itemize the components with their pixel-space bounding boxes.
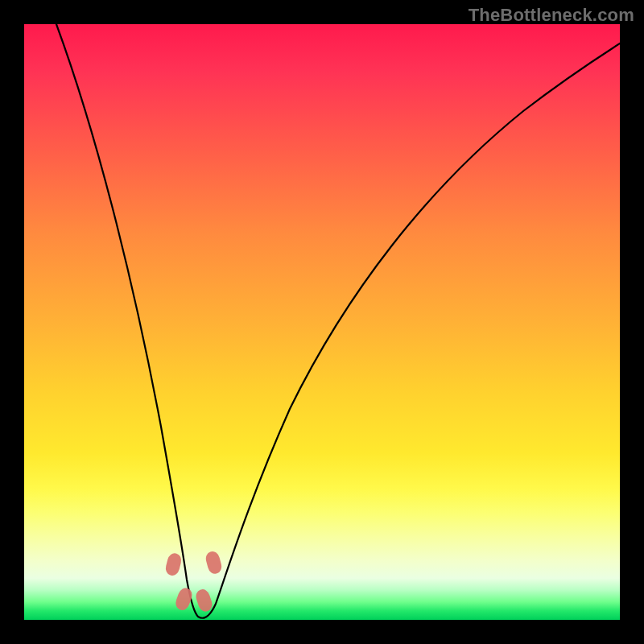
chart-frame: TheBottleneck.com [0, 0, 644, 644]
watermark-text: TheBottleneck.com [469, 5, 634, 26]
marker-left-lower [174, 586, 195, 612]
curve-layer [24, 24, 620, 620]
plot-area [24, 24, 620, 620]
marker-right-upper [204, 550, 224, 575]
bottleneck-curve [56, 24, 620, 618]
marker-right-lower [194, 588, 214, 613]
curve-markers [164, 550, 223, 613]
marker-left-upper [164, 551, 183, 576]
